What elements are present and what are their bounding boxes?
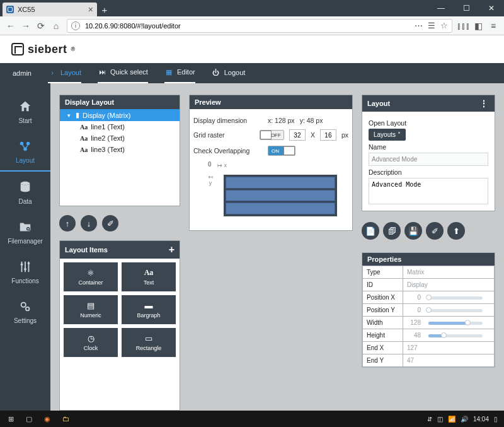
sidebar-toggle-icon[interactable]: ◧ bbox=[471, 19, 485, 33]
rectangle-icon: ▭ bbox=[144, 334, 154, 343]
text-icon: Aa bbox=[80, 135, 88, 142]
folder-search-icon bbox=[18, 220, 32, 234]
taskbar-explorer[interactable]: 🗀 bbox=[57, 412, 74, 426]
property-row: Height48 bbox=[363, 329, 495, 342]
tree-root[interactable]: ▮ Display (Matrix) bbox=[60, 109, 180, 121]
new-tab-button[interactable]: + bbox=[97, 3, 112, 16]
layout-name-input[interactable] bbox=[369, 153, 488, 166]
favicon bbox=[6, 6, 14, 13]
site-info-icon[interactable]: i bbox=[71, 21, 80, 30]
add-item-button[interactable]: + bbox=[169, 244, 175, 255]
item-numeric[interactable]: ▤Numeric bbox=[64, 295, 118, 324]
window-close-button[interactable]: ✕ bbox=[479, 0, 504, 16]
item-text[interactable]: AaText bbox=[122, 262, 176, 291]
taskbar-firefox[interactable]: ◉ bbox=[39, 412, 55, 426]
window-max-button[interactable]: ☐ bbox=[454, 0, 479, 16]
window-min-button[interactable]: — bbox=[428, 0, 454, 16]
nav-home-button[interactable]: ⌂ bbox=[49, 19, 63, 33]
property-value-cell[interactable]: 47 bbox=[403, 354, 495, 367]
copy-layout-button[interactable]: 🗐 bbox=[383, 222, 401, 240]
item-bargraph[interactable]: ▬Bargraph bbox=[122, 295, 176, 324]
tray-notifications-icon[interactable]: ▯ bbox=[494, 416, 498, 423]
property-value-cell[interactable]: Matrix bbox=[403, 266, 495, 279]
tray-sound-icon[interactable]: 🔊 bbox=[461, 416, 468, 423]
page-actions-icon[interactable]: ⋯ bbox=[415, 21, 423, 30]
item-clock[interactable]: ◷Clock bbox=[64, 328, 118, 357]
svg-point-7 bbox=[28, 262, 30, 265]
name-label: Name bbox=[369, 143, 488, 151]
app-menu-button[interactable]: ≡ bbox=[486, 19, 500, 33]
nav-quickselect[interactable]: ⏭ Quick select bbox=[98, 63, 148, 83]
text-icon: Aa bbox=[80, 146, 88, 153]
overlap-toggle-label: ON bbox=[268, 148, 279, 154]
property-key: Position X bbox=[363, 291, 403, 304]
display-preview[interactable] bbox=[224, 175, 337, 216]
property-value-cell[interactable]: 127 bbox=[403, 342, 495, 354]
library-icon[interactable]: ⫿⫿⫿ bbox=[456, 19, 470, 33]
move-down-button[interactable]: ↓ bbox=[81, 215, 97, 231]
sidebar-item-filemanager[interactable]: Filemanager bbox=[0, 214, 50, 251]
tray-wifi-icon[interactable]: 📶 bbox=[448, 416, 455, 423]
new-layout-button[interactable]: 📄 bbox=[362, 222, 379, 240]
grid-toggle[interactable]: OFF bbox=[260, 130, 284, 140]
grid-y-input[interactable] bbox=[320, 129, 336, 141]
item-rectangle[interactable]: ▭Rectangle bbox=[122, 328, 176, 357]
layout-menu-button[interactable]: ⋮ bbox=[479, 98, 490, 108]
erase-button[interactable]: ✐ bbox=[102, 215, 118, 231]
nav-layout[interactable]: › Layout bbox=[48, 63, 81, 83]
sidebar-settings-label: Settings bbox=[14, 317, 37, 324]
overlap-toggle[interactable]: ON bbox=[268, 146, 295, 156]
layout-items-scroll[interactable]: ⚛Container AaText ▤Numeric ▬Bargraph ◷Cl… bbox=[60, 259, 180, 360]
nav-logout[interactable]: ⏻ Logout bbox=[212, 63, 246, 83]
item-container[interactable]: ⚛Container bbox=[64, 262, 118, 291]
save-layout-button[interactable]: 💾 bbox=[404, 222, 422, 240]
brand-logo: siebert® bbox=[11, 43, 76, 56]
tray-time[interactable]: 14:04 bbox=[473, 416, 489, 423]
layout-items-title: Layout Items bbox=[65, 246, 108, 254]
nav-layout-label: Layout bbox=[60, 69, 81, 76]
nav-back-button[interactable]: ← bbox=[4, 19, 18, 33]
database-icon bbox=[18, 180, 32, 194]
property-value-cell[interactable]: 48 bbox=[403, 329, 495, 342]
property-slider[interactable] bbox=[428, 334, 483, 337]
layout-desc-input[interactable]: Advanced Mode bbox=[369, 178, 488, 204]
property-slider[interactable] bbox=[428, 296, 483, 300]
bookmark-icon[interactable]: ☆ bbox=[440, 21, 448, 30]
nav-editor[interactable]: ▦ Editor bbox=[164, 63, 195, 83]
move-up-button[interactable]: ↑ bbox=[59, 215, 76, 231]
sidebar-item-functions[interactable]: Functions bbox=[0, 254, 50, 291]
property-slider[interactable] bbox=[428, 309, 483, 312]
axis-y-icon: ↧y bbox=[207, 175, 214, 186]
sidebar-item-start[interactable]: Start bbox=[0, 93, 50, 131]
nav-reload-button[interactable]: ⟳ bbox=[34, 19, 48, 33]
upload-layout-button[interactable]: ⬆ bbox=[447, 222, 465, 240]
sidebar-item-settings[interactable]: Settings bbox=[0, 293, 50, 330]
task-view-button[interactable]: ▢ bbox=[21, 412, 37, 426]
reader-icon[interactable]: ☰ bbox=[428, 21, 435, 30]
sidebar-item-layout[interactable]: Layout bbox=[0, 133, 50, 172]
tree-item[interactable]: Aaline3 (Text) bbox=[60, 144, 180, 155]
browser-tab[interactable]: XC55 × bbox=[3, 3, 97, 16]
property-value-cell[interactable]: 128 bbox=[403, 317, 495, 329]
tree-item[interactable]: Aaline1 (Text) bbox=[60, 121, 180, 132]
url-input[interactable] bbox=[84, 21, 411, 30]
tray-network-icon[interactable]: ⇵ bbox=[427, 416, 432, 423]
url-bar[interactable]: i ⋯ ☰ ☆ bbox=[67, 19, 452, 33]
layout-actions: 📄 🗐 💾 ✐ ⬆ bbox=[362, 220, 495, 243]
start-menu-button[interactable]: ⊞ bbox=[3, 412, 19, 426]
property-value-cell[interactable]: 0 bbox=[403, 304, 495, 317]
clear-layout-button[interactable]: ✐ bbox=[426, 222, 444, 240]
tree-item-label: line2 (Text) bbox=[91, 134, 125, 142]
property-value-cell[interactable]: Display bbox=[403, 279, 495, 291]
property-slider[interactable] bbox=[428, 322, 483, 325]
nav-fwd-button[interactable]: → bbox=[19, 19, 33, 33]
item-label: Text bbox=[144, 279, 154, 286]
grid-x-input[interactable] bbox=[289, 129, 306, 141]
tab-close-icon[interactable]: × bbox=[88, 7, 93, 12]
layouts-dropdown[interactable]: Layouts ˅ bbox=[369, 129, 406, 141]
tree-item[interactable]: Aaline2 (Text) bbox=[60, 132, 180, 144]
tray-action-icon[interactable]: ◫ bbox=[437, 416, 443, 423]
property-value-cell[interactable]: 0 bbox=[403, 291, 495, 304]
property-value: Display bbox=[407, 281, 428, 288]
sidebar-item-data[interactable]: Data bbox=[0, 174, 50, 211]
